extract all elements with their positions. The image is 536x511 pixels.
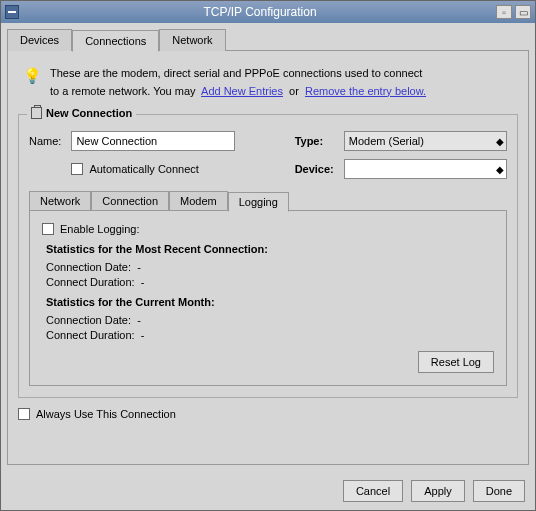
recent-conn-date-value: -	[137, 261, 141, 273]
add-entries-link[interactable]: Add New Entries	[201, 85, 283, 97]
window-menu-icon[interactable]	[5, 5, 19, 19]
chevron-down-icon: ◆	[496, 136, 504, 147]
auto-connect-checkbox[interactable]	[71, 163, 83, 175]
window-title: TCP/IP Configuration	[27, 5, 493, 19]
type-value: Modem (Serial)	[349, 135, 424, 147]
section-title-text: New Connection	[46, 107, 132, 119]
auto-connect-label: Automatically Connect	[89, 163, 198, 175]
tab-devices[interactable]: Devices	[7, 29, 72, 51]
cancel-button[interactable]: Cancel	[343, 480, 403, 502]
logging-panel: Enable Logging: Statistics for the Most …	[29, 210, 507, 386]
innertab-modem[interactable]: Modem	[169, 191, 228, 211]
month-conn-date-value: -	[137, 314, 141, 326]
tab-connections[interactable]: Connections	[72, 30, 159, 52]
minimize-button[interactable]: ▫	[496, 5, 512, 19]
name-label: Name:	[29, 135, 61, 147]
main-tabs: Devices Connections Network	[1, 23, 535, 51]
chevron-down-icon: ◆	[496, 164, 504, 175]
recent-conn-dur-value: -	[141, 276, 145, 288]
always-use-checkbox[interactable]	[18, 408, 30, 420]
type-label: Type:	[295, 135, 334, 147]
device-combo[interactable]: ◆	[344, 159, 507, 179]
stats-month-header: Statistics for the Current Month:	[46, 296, 494, 308]
window: TCP/IP Configuration ▫ ▭ Devices Connect…	[0, 0, 536, 511]
recent-conn-date-label: Connection Date:	[46, 261, 131, 273]
apply-button[interactable]: Apply	[411, 480, 465, 502]
remove-entry-link[interactable]: Remove the entry below.	[305, 85, 426, 97]
trash-icon[interactable]	[31, 107, 42, 119]
stats-recent-header: Statistics for the Most Recent Connectio…	[46, 243, 494, 255]
enable-logging-label: Enable Logging:	[60, 223, 140, 235]
recent-conn-dur-label: Connect Duration:	[46, 276, 135, 288]
enable-logging-checkbox[interactable]	[42, 223, 54, 235]
new-connection-section: New Connection Name: Type: Modem (Serial…	[18, 114, 518, 398]
done-button[interactable]: Done	[473, 480, 525, 502]
lightbulb-icon: 💡	[24, 65, 40, 87]
info-or: or	[289, 85, 299, 97]
innertab-network[interactable]: Network	[29, 191, 91, 211]
footer-buttons: Cancel Apply Done	[1, 472, 535, 510]
inner-tabs: Network Connection Modem Logging	[29, 191, 507, 211]
info-line2a: to a remote network. You may	[50, 85, 196, 97]
device-label: Device:	[295, 163, 334, 175]
reset-log-button[interactable]: Reset Log	[418, 351, 494, 373]
tab-network[interactable]: Network	[159, 29, 225, 51]
section-title: New Connection	[27, 107, 136, 119]
innertab-connection[interactable]: Connection	[91, 191, 169, 211]
type-combo[interactable]: Modem (Serial) ◆	[344, 131, 507, 151]
info-text: These are the modem, direct serial and P…	[50, 65, 426, 100]
innertab-logging[interactable]: Logging	[228, 192, 289, 212]
tab-body-connections: 💡 These are the modem, direct serial and…	[7, 50, 529, 465]
month-conn-dur-value: -	[141, 329, 145, 341]
always-use-label: Always Use This Connection	[36, 408, 176, 420]
name-input[interactable]	[71, 131, 234, 151]
month-conn-dur-label: Connect Duration:	[46, 329, 135, 341]
info-line1: These are the modem, direct serial and P…	[50, 67, 422, 79]
maximize-button[interactable]: ▭	[515, 5, 531, 19]
month-conn-date-label: Connection Date:	[46, 314, 131, 326]
titlebar: TCP/IP Configuration ▫ ▭	[1, 1, 535, 23]
info-row: 💡 These are the modem, direct serial and…	[18, 61, 518, 104]
